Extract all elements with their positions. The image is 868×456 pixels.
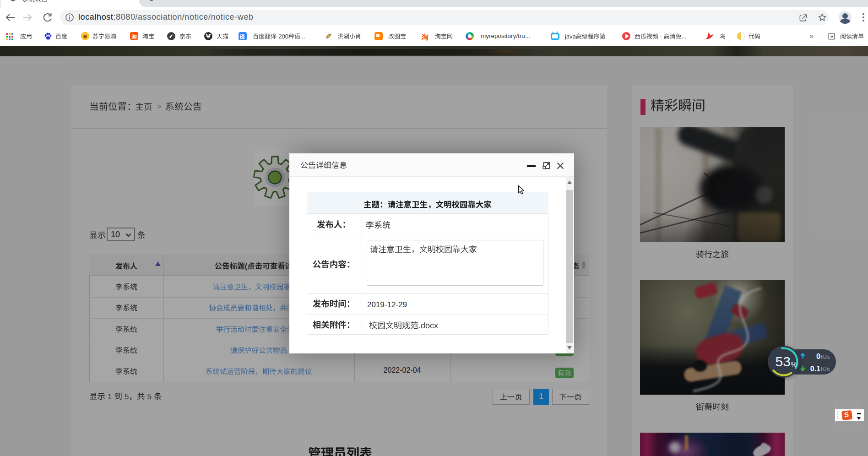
- svg-text:53: 53: [776, 354, 791, 369]
- svg-text:%: %: [791, 361, 797, 368]
- svg-text:K/s: K/s: [821, 353, 830, 360]
- svg-text:0: 0: [816, 353, 820, 360]
- svg-text:0.1: 0.1: [810, 365, 820, 373]
- svg-text:K/s: K/s: [821, 366, 830, 373]
